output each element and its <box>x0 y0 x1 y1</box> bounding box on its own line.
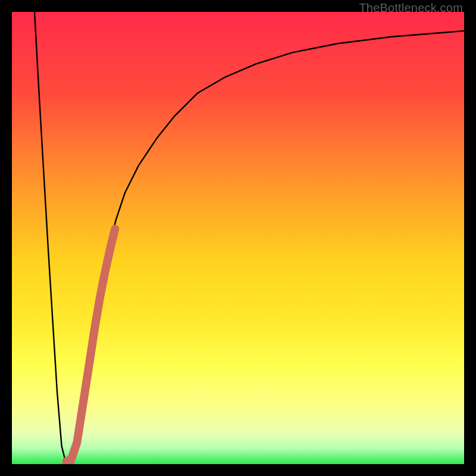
recommended-range-highlight <box>67 229 115 462</box>
plot-area <box>12 12 464 464</box>
chart-frame: TheBottleneck.com <box>0 0 476 476</box>
curve-layer <box>12 12 464 464</box>
bottleneck-curve <box>35 12 464 464</box>
